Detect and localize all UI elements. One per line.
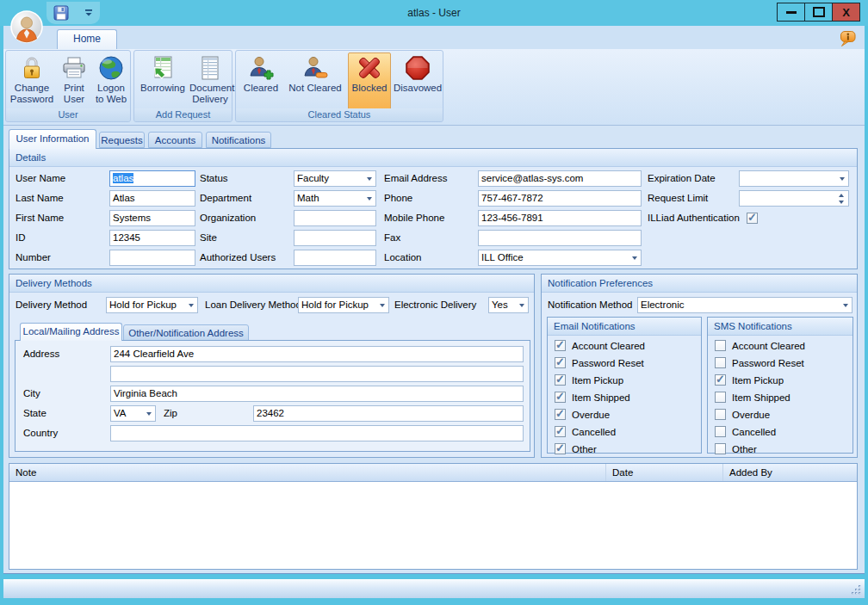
item-pickup-checkbox[interactable] [715,374,726,386]
email-notification-item: Password Reset [555,356,697,370]
column-header-note[interactable]: Note [9,464,605,481]
print-user-button[interactable]: Print User [58,53,90,110]
zip-input[interactable]: 23462 [253,405,524,422]
tab-requests[interactable]: Requests [99,132,145,148]
last-name-input[interactable]: Atlas [109,190,195,207]
globe-icon [97,54,125,82]
country-input[interactable] [110,425,524,441]
maximize-button[interactable] [804,3,833,22]
help-button[interactable] [838,30,857,48]
number-input[interactable] [109,250,195,266]
department-select[interactable]: Math [294,190,376,207]
minimize-button[interactable] [777,3,805,22]
site-input[interactable] [294,230,376,246]
button-label: Borrowing [140,83,185,93]
tab-home[interactable]: Home [57,29,117,49]
account-cleared-checkbox[interactable] [555,340,566,351]
ribbon-group-add-request: Borrowing Document Delivery Add Request [133,50,232,122]
city-input[interactable]: Virginia Beach [110,386,524,402]
close-button[interactable] [832,3,860,22]
resize-grip-icon[interactable] [851,584,862,596]
status-select[interactable]: Faculty [294,170,376,187]
checkbox-label: Account Cleared [572,339,645,353]
city-value: Virginia Beach [114,388,177,398]
button-label: Not Cleared [288,83,341,93]
password-reset-checkbox[interactable] [555,357,566,368]
details-header: Details [9,149,857,167]
password-reset-checkbox[interactable] [715,357,726,368]
other-checkbox[interactable] [715,443,726,454]
overdue-checkbox[interactable] [715,409,726,420]
tab-local-mailing-address[interactable]: Local/Mailing Address [20,323,122,341]
illiad-auth-checkbox[interactable] [747,213,758,224]
blocked-button[interactable]: Blocked [348,52,391,112]
notes-body[interactable] [9,482,857,569]
tab-other-notification-address[interactable]: Other/Notification Address [123,324,249,341]
mobile-phone-input[interactable]: 123-456-7891 [478,210,642,226]
address-line2-input[interactable] [110,366,524,382]
document-delivery-button[interactable]: Document Delivery [189,53,231,110]
checkbox-label: Password Reset [572,356,644,370]
status-value: Faculty [297,173,329,183]
country-label: Country [23,425,58,441]
request-limit-stepper[interactable] [739,190,849,207]
organization-input[interactable] [294,210,376,226]
location-select[interactable]: ILL Office [478,250,642,266]
spinner-buttons[interactable] [837,192,846,206]
overdue-checkbox[interactable] [555,409,566,420]
red-x-icon [356,54,383,82]
sms-notification-item: Overdue [715,408,848,422]
tab-accounts[interactable]: Accounts [148,132,202,148]
item-shipped-checkbox[interactable] [715,392,726,403]
state-select[interactable]: VA [110,405,156,422]
id-input[interactable]: 12345 [109,230,195,246]
phone-input[interactable]: 757-467-7872 [478,190,642,207]
cleared-button[interactable]: Cleared [239,53,282,110]
last-name-label: Last Name [16,190,64,207]
loan-delivery-method-value: Hold for Pickup [301,299,369,310]
ribbon-group-label: User [6,108,130,121]
other-checkbox[interactable] [555,443,566,454]
column-header-added-by[interactable]: Added By [722,464,857,481]
quick-access-dropdown-button[interactable] [84,9,93,17]
button-label: Change Password [10,83,54,104]
address-line1-input[interactable]: 244 Clearfield Ave [110,346,524,362]
selected-text: atlas [113,173,133,183]
fax-input[interactable] [478,230,642,246]
borrowing-button[interactable]: Borrowing [136,53,189,110]
disavowed-button[interactable]: Disavowed [393,53,443,110]
dropdown-arrow-icon [367,177,372,181]
application-menu-button[interactable] [10,10,43,43]
checkbox-label: Other [572,442,597,456]
save-button[interactable] [53,5,69,21]
logon-to-web-button[interactable]: Logon to Web [92,53,130,110]
first-name-input[interactable]: Systems [109,210,195,226]
status-label: Status [200,170,228,187]
address-label: Address [23,346,59,362]
tab-notifications[interactable]: Notifications [206,132,271,148]
expiration-date-select[interactable] [739,170,849,187]
notification-method-select[interactable]: Electronic [637,297,852,313]
delivery-method-select[interactable]: Hold for Pickup [106,297,198,313]
user-name-input[interactable]: atlas [109,170,195,187]
cancelled-checkbox[interactable] [715,426,726,437]
tab-user-information[interactable]: User Information [9,129,96,149]
email-notifications-box: Email Notifications Account Cleared Pass… [547,317,702,454]
not-cleared-button[interactable]: Not Cleared [284,53,346,110]
email-input[interactable]: service@atlas-sys.com [478,170,642,187]
authorized-users-input[interactable] [294,250,376,266]
column-header-date[interactable]: Date [605,464,722,481]
loan-delivery-method-select[interactable]: Hold for Pickup [298,297,389,313]
notification-method-value: Electronic [641,299,685,310]
item-pickup-checkbox[interactable] [555,374,566,386]
phone-label: Phone [384,190,412,207]
dropdown-arrow-icon [519,304,524,307]
button-label: Document Delivery [189,83,234,104]
close-icon [842,6,850,19]
electronic-delivery-select[interactable]: Yes [488,297,529,313]
change-password-button[interactable]: Change Password [8,53,56,110]
account-cleared-checkbox[interactable] [715,340,726,351]
item-shipped-checkbox[interactable] [555,392,566,403]
cancelled-checkbox[interactable] [555,426,566,437]
email-notification-item: Item Pickup [555,373,697,387]
